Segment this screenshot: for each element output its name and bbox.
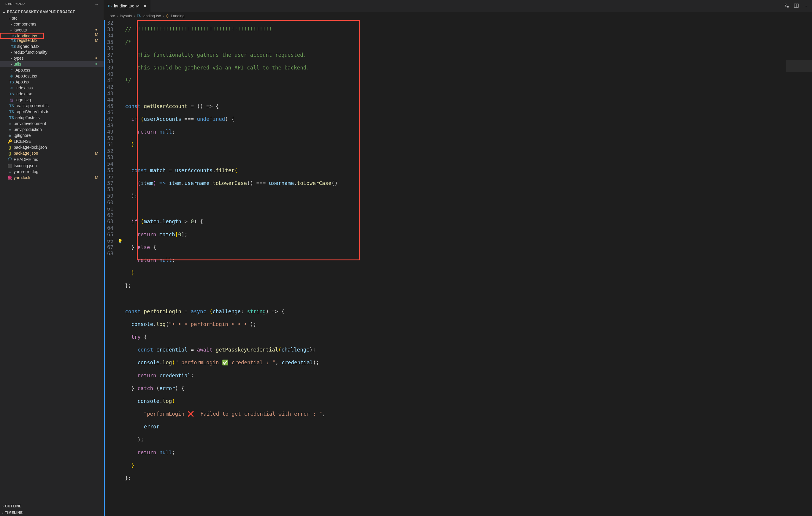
split-editor-icon[interactable] — [794, 3, 799, 9]
minimap-viewport[interactable] — [786, 60, 812, 72]
file-env-dev[interactable]: ≡ .env.development — [0, 120, 104, 126]
file-readme[interactable]: ⓘ README.md — [0, 156, 104, 163]
more-icon[interactable]: ··· — [803, 3, 807, 9]
yarn-icon: 🧶 — [7, 175, 12, 180]
project-name: REACT-PASSKEY-SAMPLE-PROJECT — [7, 10, 75, 14]
compare-icon[interactable] — [784, 3, 789, 9]
explorer-title: EXPLORER — [5, 2, 25, 6]
file-app-test-tsx[interactable]: ⚛ App.test.tsx — [0, 73, 104, 79]
json-icon: {} — [7, 145, 12, 150]
typescript-icon: TS — [11, 44, 16, 49]
svg-point-0 — [785, 4, 786, 5]
react-icon: ⚛ — [9, 74, 14, 78]
breadcrumb[interactable]: src › layouts › TS landing.tsx › ⬡ Landi… — [104, 12, 812, 20]
editor-main: TS landing.tsx M ✕ ··· src › layouts › T… — [104, 0, 812, 516]
explorer-header: EXPLORER ··· — [0, 0, 104, 8]
chevron-down-icon: ⌄ — [2, 9, 6, 14]
code-editor[interactable]: 3233343536373839404142434445464748495051… — [104, 20, 786, 516]
env-icon: ≡ — [7, 127, 12, 132]
editor-wrap: 3233343536373839404142434445464748495051… — [104, 20, 812, 516]
chevron-right-icon: › — [117, 13, 118, 18]
explorer-more-icon[interactable]: ··· — [95, 2, 98, 6]
typescript-icon: TS — [9, 115, 14, 120]
typescript-icon: TS — [9, 104, 14, 108]
tab-landing-tsx[interactable]: TS landing.tsx M ✕ — [104, 0, 151, 12]
modified-dot-icon: • — [95, 28, 101, 32]
code-content[interactable]: // !!!!!!!!!!!!!!!!!!!!!!!!!!!!!!!!!!!!!… — [119, 20, 786, 516]
file-reportwebvitals[interactable]: TS reportWebVitals.ts — [0, 109, 104, 115]
file-app-tsx[interactable]: TS App.tsx — [0, 79, 104, 85]
chevron-right-icon: › — [9, 62, 13, 66]
log-icon: ≡ — [7, 170, 12, 174]
outline-section[interactable]: › OUTLINE — [0, 503, 104, 510]
file-react-env[interactable]: TS react-app-env.d.ts — [0, 103, 104, 109]
file-setuptests[interactable]: TS setupTests.ts — [0, 115, 104, 120]
tab-bar: TS landing.tsx M ✕ ··· — [104, 0, 812, 12]
file-signedin-tsx[interactable]: TS signedIn.tsx — [0, 44, 104, 49]
untracked-dot-icon: • — [95, 62, 101, 66]
close-icon[interactable]: ✕ — [143, 3, 147, 9]
sidebar-bottom: › OUTLINE › TIMELINE — [0, 503, 104, 516]
chevron-right-icon: › — [9, 50, 13, 54]
css-icon: # — [9, 86, 14, 90]
folder-utils[interactable]: › utils • — [0, 61, 104, 67]
file-app-css[interactable]: # App.css — [0, 67, 104, 73]
typescript-icon: TS — [9, 92, 14, 96]
file-yarn-error[interactable]: ≡ yarn-error.log — [0, 169, 104, 175]
key-icon: 🔑 — [7, 139, 12, 144]
typescript-icon: TS — [9, 80, 14, 84]
lightbulb-icon[interactable]: 💡 — [118, 238, 122, 245]
chevron-right-icon: › — [2, 511, 4, 515]
file-index-tsx[interactable]: TS index.tsx — [0, 91, 104, 97]
folder-types[interactable]: › types • — [0, 55, 104, 61]
git-icon: ◆ — [7, 133, 12, 138]
file-register-tsx[interactable]: TS register.tsx M — [0, 37, 104, 44]
chevron-right-icon: › — [163, 13, 164, 18]
file-tree: ⌄ src › components ⌄ layouts • TS landin… — [0, 15, 104, 503]
file-yarn-lock[interactable]: 🧶 yarn.lock M — [0, 175, 104, 180]
file-license[interactable]: 🔑 LICENSE — [0, 138, 104, 144]
folder-components[interactable]: › components — [0, 21, 104, 27]
modified-dot-icon: • — [95, 56, 101, 60]
chevron-down-icon: ⌄ — [9, 28, 13, 32]
timeline-section[interactable]: › TIMELINE — [0, 510, 104, 516]
typescript-icon: TS — [9, 110, 14, 114]
folder-redux[interactable]: › redux-functionality — [0, 49, 104, 55]
css-icon: # — [9, 68, 14, 73]
folder-layouts[interactable]: ⌄ layouts • — [0, 27, 104, 33]
env-icon: ≡ — [7, 121, 12, 126]
file-index-css[interactable]: # index.css — [0, 85, 104, 91]
file-env-prod[interactable]: ≡ .env.production — [0, 126, 104, 133]
file-logo-svg[interactable]: ▨ logo.svg — [0, 97, 104, 103]
line-numbers: 3233343536373839404142434445464748495051… — [104, 20, 119, 516]
file-tsconfig[interactable]: ⬛ tsconfig.json — [0, 163, 104, 169]
chevron-right-icon: › — [9, 56, 13, 60]
file-package-lock[interactable]: {} package-lock.json — [0, 144, 104, 150]
tab-actions: ··· — [784, 3, 812, 9]
typescript-icon: TS — [108, 4, 112, 8]
explorer-sidebar: EXPLORER ··· ⌄ REACT-PASSKEY-SAMPLE-PROJ… — [0, 0, 104, 516]
folder-src[interactable]: ⌄ src — [0, 15, 104, 21]
chevron-right-icon: › — [2, 504, 4, 508]
svg-icon: ▨ — [9, 98, 14, 102]
info-icon: ⓘ — [7, 157, 12, 162]
chevron-right-icon: › — [134, 13, 135, 18]
chevron-down-icon: ⌄ — [7, 16, 12, 20]
tsconfig-icon: ⬛ — [7, 164, 12, 168]
typescript-icon: TS — [137, 14, 141, 18]
symbol-icon: ⬡ — [166, 13, 169, 18]
project-header[interactable]: ⌄ REACT-PASSKEY-SAMPLE-PROJECT — [0, 8, 104, 15]
file-package-json[interactable]: {} package.json M — [0, 150, 104, 156]
chevron-right-icon: › — [9, 22, 13, 26]
file-gitignore[interactable]: ◆ .gitignore — [0, 133, 104, 138]
minimap[interactable] — [786, 20, 812, 516]
json-icon: {} — [7, 151, 12, 155]
typescript-icon: TS — [11, 38, 16, 43]
